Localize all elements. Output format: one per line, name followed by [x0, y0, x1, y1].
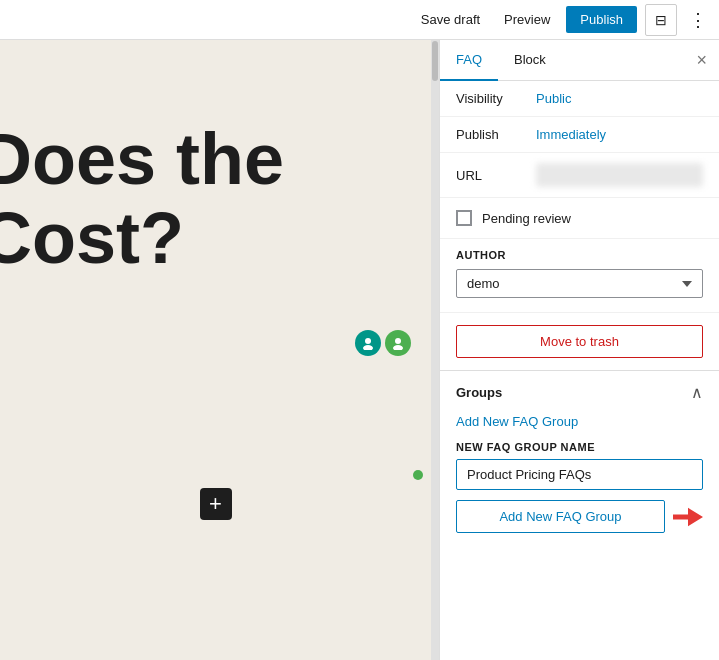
scrollbar-thumb [432, 41, 438, 81]
visibility-row: Visibility Public [440, 81, 719, 117]
author-section-label: AUTHOR [456, 249, 703, 261]
publish-button[interactable]: Publish [566, 6, 637, 33]
more-options-button[interactable]: ⋮ [685, 9, 711, 31]
pending-review-checkbox[interactable] [456, 210, 472, 226]
groups-title: Groups [456, 385, 502, 400]
user2-icon [391, 336, 405, 350]
author-section: AUTHOR demo [440, 239, 719, 313]
svg-marker-4 [673, 507, 703, 525]
sidebar-tabs: FAQ Block × [440, 40, 719, 81]
add-new-faq-group-link[interactable]: Add New FAQ Group [456, 414, 703, 429]
user1-icon [361, 336, 375, 350]
groups-content: Add New FAQ Group NEW FAQ GROUP NAME Add… [440, 414, 719, 549]
layout-icon: ⊟ [655, 12, 667, 28]
editor-line1: Does the [0, 120, 284, 199]
editor-line2: Cost? [0, 199, 284, 278]
new-faq-group-name-input[interactable] [456, 459, 703, 490]
preview-button[interactable]: Preview [496, 8, 558, 31]
svg-point-1 [363, 345, 373, 350]
svg-point-2 [395, 338, 401, 344]
author-select[interactable]: demo [456, 269, 703, 298]
publish-value[interactable]: Immediately [536, 127, 606, 142]
status-dot [413, 470, 423, 480]
publish-row: Publish Immediately [440, 117, 719, 153]
editor-content: Does the Cost? [0, 120, 284, 278]
chevron-up-icon: ∧ [691, 383, 703, 402]
add-faq-button-row: Add New FAQ Group [456, 500, 703, 533]
save-draft-button[interactable]: Save draft [413, 8, 488, 31]
tab-block[interactable]: Block [498, 40, 562, 81]
add-block-button[interactable]: + [200, 488, 232, 520]
layout-toggle-button[interactable]: ⊟ [645, 4, 677, 36]
avatar-group [355, 330, 411, 356]
url-label: URL [456, 168, 536, 183]
new-faq-group-name-label: NEW FAQ GROUP NAME [456, 441, 703, 453]
main-area: Does the Cost? + [0, 40, 719, 660]
sidebar: FAQ Block × Visibility Public Publish Im… [439, 40, 719, 660]
dots-icon: ⋮ [689, 10, 707, 30]
visibility-label: Visibility [456, 91, 536, 106]
red-arrow-icon [673, 506, 703, 528]
arrow-indicator [673, 507, 703, 527]
add-faq-group-button[interactable]: Add New FAQ Group [456, 500, 665, 533]
scrollbar[interactable] [431, 40, 439, 660]
avatar-user1 [355, 330, 381, 356]
pending-review-row: Pending review [440, 198, 719, 239]
publish-label: Publish [456, 127, 536, 142]
tab-faq[interactable]: FAQ [440, 40, 498, 81]
visibility-value[interactable]: Public [536, 91, 571, 106]
toolbar: Save draft Preview Publish ⊟ ⋮ [0, 0, 719, 40]
svg-point-0 [365, 338, 371, 344]
svg-point-3 [393, 345, 403, 350]
move-to-trash-button[interactable]: Move to trash [456, 325, 703, 358]
groups-section-header[interactable]: Groups ∧ [440, 370, 719, 414]
plus-icon: + [209, 493, 222, 515]
url-value[interactable] [536, 163, 703, 187]
avatar-user2 [385, 330, 411, 356]
url-row: URL [440, 153, 719, 198]
close-sidebar-button[interactable]: × [684, 42, 719, 79]
pending-review-label: Pending review [482, 211, 571, 226]
editor-area[interactable]: Does the Cost? + [0, 40, 431, 660]
